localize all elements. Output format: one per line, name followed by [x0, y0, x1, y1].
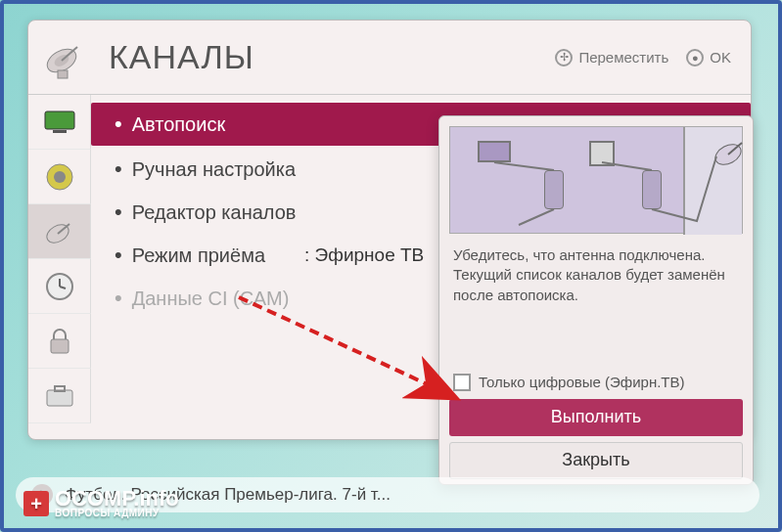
execute-button[interactable]: Выполнить [449, 399, 743, 436]
title-bar: КАНАЛЫ ✢ Переместить ● OK [28, 21, 751, 95]
hint-ok: ● OK [686, 49, 731, 66]
svg-rect-13 [51, 339, 69, 353]
sidebar-item-speaker[interactable] [28, 150, 91, 204]
bullet-icon: • [115, 286, 122, 311]
reception-mode-value: : Эфирное ТВ [304, 244, 424, 266]
bullet-icon: • [115, 243, 122, 268]
sidebar-item-clock[interactable] [28, 259, 91, 314]
bullet-icon: • [115, 200, 122, 225]
svg-rect-14 [47, 390, 72, 406]
satellite-dish-icon [38, 31, 91, 84]
sidebar [28, 95, 91, 439]
svg-rect-4 [45, 111, 74, 129]
sidebar-item-tv[interactable] [28, 95, 91, 150]
hint-move: ✢ Переместить [555, 49, 668, 66]
checkbox-icon[interactable] [453, 374, 471, 391]
move-icon: ✢ [555, 49, 573, 66]
page-title: КАНАЛЫ [109, 38, 555, 76]
sidebar-item-lock[interactable] [28, 314, 91, 369]
svg-rect-15 [55, 386, 65, 391]
watermark: + OCOMP.info ВОПРОСЫ АДМИНУ [23, 486, 179, 518]
ok-icon: ● [686, 49, 704, 66]
digital-only-option[interactable]: Только цифровые (Эфирн.ТВ) [449, 374, 743, 391]
title-hints: ✢ Переместить ● OK [555, 49, 731, 66]
bullet-icon: • [115, 111, 122, 137]
antenna-diagram [449, 126, 743, 234]
svg-rect-3 [58, 70, 68, 78]
autosearch-popup: Убедитесь, что антенна подключена. Текущ… [438, 115, 754, 485]
sidebar-item-briefcase[interactable] [28, 369, 91, 423]
popup-message: Убедитесь, что антенна подключена. Текущ… [449, 244, 743, 317]
plus-icon: + [23, 491, 49, 516]
sidebar-item-antenna[interactable] [28, 204, 91, 259]
close-button[interactable]: Закрыть [449, 442, 743, 479]
bullet-icon: • [115, 156, 122, 182]
svg-rect-5 [53, 130, 67, 133]
svg-point-7 [54, 171, 66, 183]
